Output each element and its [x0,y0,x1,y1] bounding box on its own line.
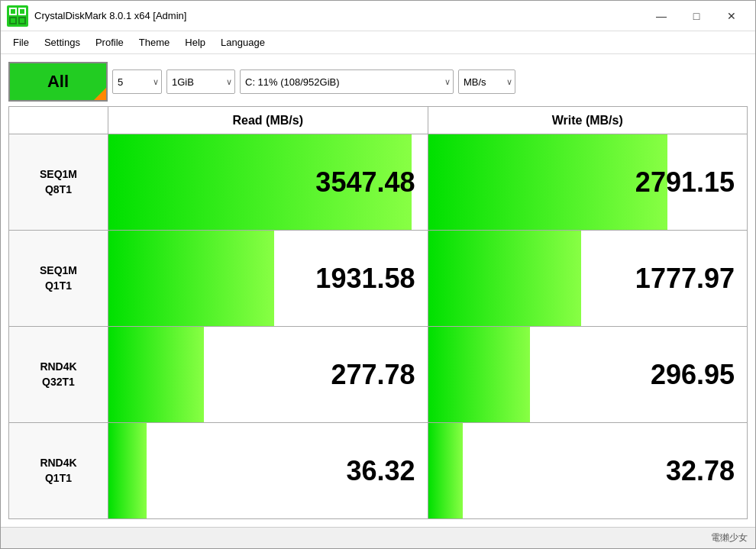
size-select[interactable]: 1GiB 512MiB 2GiB 4GiB [166,69,235,94]
runs-select[interactable]: 5 1 3 9 [112,69,162,94]
write-value-seq1m-q1t1: 1777.97 [635,263,735,295]
read-value-seq1m-q8t1: 3547.48 [315,166,415,199]
write-cell-rnd4k-q1t1: 32.78 [428,423,748,518]
write-bar-rnd4k-q1t1 [428,423,464,518]
table-row: RND4K Q32T1 277.78 296.95 [9,327,747,423]
minimize-button[interactable]: — [644,4,679,28]
write-header: Write (MB/s) [428,107,748,134]
grid-header: Read (MB/s) Write (MB/s) [9,107,747,134]
runs-wrapper: 5 1 3 9 [112,69,162,94]
drive-wrapper: C: 11% (108/952GiB) [240,69,454,94]
drive-select[interactable]: C: 11% (108/952GiB) [240,69,454,94]
menu-language[interactable]: Language [213,34,273,51]
read-bar-rnd4k-q1t1 [108,423,147,518]
read-bar-rnd4k-q32t1 [108,327,204,422]
close-button[interactable]: ✕ [714,4,749,28]
menu-file[interactable]: File [5,34,37,51]
write-bar-seq1m-q1t1 [428,231,581,326]
row-label-seq1m-q1t1: SEQ1M Q1T1 [9,231,108,326]
svg-rect-5 [11,9,15,14]
row-label-rnd4k-q32t1: RND4K Q32T1 [9,327,108,422]
svg-rect-6 [20,9,24,14]
read-value-rnd4k-q1t1: 36.32 [346,455,415,487]
menu-bar: File Settings Profile Theme Help Languag… [1,31,755,54]
svg-rect-8 [20,18,24,23]
unit-select[interactable]: MB/s GB/s IOPS μs [458,69,515,94]
menu-settings[interactable]: Settings [37,34,88,51]
controls-row: All 5 1 3 9 1GiB 512MiB 2GiB 4GiB [8,62,748,102]
app-window: CrystalDiskMark 8.0.1 x64 [Admin] — □ ✕ … [0,0,756,549]
write-value-seq1m-q8t1: 2791.15 [635,166,735,199]
menu-theme[interactable]: Theme [131,34,177,51]
grid-corner [9,107,108,134]
write-bar-seq1m-q8t1 [428,134,667,230]
size-wrapper: 1GiB 512MiB 2GiB 4GiB [166,69,235,94]
read-value-seq1m-q1t1: 1931.58 [315,263,415,295]
table-row: SEQ1M Q1T1 1931.58 1777.97 [9,231,747,327]
write-cell-rnd4k-q32t1: 296.95 [428,327,748,422]
watermark-text: 電獺少女 [711,531,748,544]
read-bar-seq1m-q1t1 [108,231,274,326]
write-bar-rnd4k-q32t1 [428,327,531,422]
all-button[interactable]: All [8,62,108,102]
write-cell-seq1m-q1t1: 1777.97 [428,231,748,326]
read-cell-rnd4k-q32t1: 277.78 [108,327,428,422]
table-row: SEQ1M Q8T1 3547.48 2791.15 [9,134,747,231]
table-row: RND4K Q1T1 36.32 32.78 [9,423,747,518]
main-content: All 5 1 3 9 1GiB 512MiB 2GiB 4GiB [1,54,755,527]
unit-wrapper: MB/s GB/s IOPS μs [458,69,515,94]
row-label-rnd4k-q1t1: RND4K Q1T1 [9,423,108,518]
write-cell-seq1m-q8t1: 2791.15 [428,134,748,230]
write-value-rnd4k-q1t1: 32.78 [666,455,735,487]
title-bar: CrystalDiskMark 8.0.1 x64 [Admin] — □ ✕ [1,1,755,31]
data-grid: Read (MB/s) Write (MB/s) SEQ1M Q8T1 3547… [8,106,748,519]
read-cell-seq1m-q8t1: 3547.48 [108,134,428,230]
app-logo [7,5,28,27]
window-controls: — □ ✕ [644,4,749,28]
read-cell-seq1m-q1t1: 1931.58 [108,231,428,326]
read-value-rnd4k-q32t1: 277.78 [331,359,415,391]
menu-profile[interactable]: Profile [88,34,131,51]
read-cell-rnd4k-q1t1: 36.32 [108,423,428,518]
svg-rect-7 [11,18,15,23]
maximize-button[interactable]: □ [679,4,714,28]
app-title: CrystalDiskMark 8.0.1 x64 [Admin] [34,10,644,21]
menu-help[interactable]: Help [177,34,213,51]
row-label-seq1m-q8t1: SEQ1M Q8T1 [9,134,108,230]
write-value-rnd4k-q32t1: 296.95 [651,359,735,391]
read-header: Read (MB/s) [108,107,428,134]
status-bar: 電獺少女 [1,527,755,548]
